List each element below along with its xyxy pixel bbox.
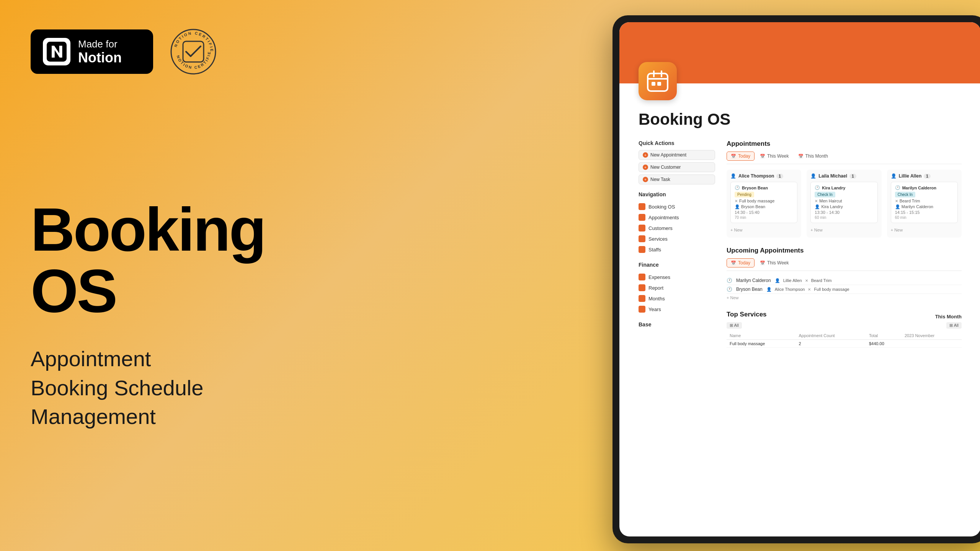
service-row-count: 2 [795,340,866,348]
card-time-2: 13:30 - 14:30 [815,210,873,215]
appointments-section-title: Appointments [727,140,962,148]
sidebar-item-appointments[interactable]: Appointments [639,212,715,223]
upcoming-section: Upcoming Appointments 📅 Today 📅 This Wee… [727,247,962,302]
card-service-2: ✕ Men Haircut [815,199,873,203]
nav-appointments-label: Appointments [648,215,679,220]
service-icon-1: ✕ [735,199,738,203]
board-columns: 👤 Alice Thompson 1 🕐 Bryson Bean [727,170,962,238]
add-new-3[interactable]: + New [891,226,958,234]
upcoming-tab-today[interactable]: 📅 Today [727,258,755,267]
appointment-card-1: 🕐 Bryson Bean Pending ✕ Full body massag… [730,182,797,223]
service-row-total: $440.00 [866,340,902,348]
sidebar-item-expenses[interactable]: Expenses [639,272,715,282]
clock-icon-u1: 🕐 [727,278,732,283]
col-count-1: 1 [776,174,783,179]
card-customer-3: 🕐 Marilyn Calderon [895,185,954,190]
tablet-screen: Booking OS Quick Actions + New Appointme… [619,22,980,536]
person-icon-u2: 👤 [766,287,772,292]
staff-name-2: Kira Landry [821,204,843,209]
sidebar-item-customers[interactable]: Customers [639,223,715,233]
person-icon-3: 👤 [891,173,897,179]
upcoming-person-2: Alice Thompson [775,287,805,292]
today-tab-label: Today [738,153,750,159]
upcoming-add-new[interactable]: + New [727,294,962,302]
person-icon-1: 👤 [730,173,736,179]
app-icon [639,62,677,100]
sidebar-item-bookingos[interactable]: Booking OS [639,201,715,212]
base-title: Base [639,321,715,328]
notion-icon [43,38,70,65]
col-header-1: 👤 Alice Thompson 1 [730,173,797,179]
appointments-tab-bar: 📅 Today 📅 This Week 📅 This Month [727,152,962,164]
hero-title: Booking OS [31,199,222,321]
sidebar-item-staffs[interactable]: Staffs [639,244,715,255]
expenses-icon [639,274,645,280]
col-name-3: Lillie Allen [899,173,922,179]
plus-icon-2: + [643,165,648,170]
services-filter-all[interactable]: ⊞ All [727,322,742,329]
upcoming-person-1: Lillie Allen [783,278,802,283]
week-tab-label: This Week [767,153,789,159]
svg-rect-10 [657,82,661,86]
col-name-1: Alice Thompson [738,173,774,179]
col-name-2: Laila Michael [818,173,847,179]
subtitle-line2: Booking Schedule [31,376,203,400]
new-customer-button[interactable]: + New Customer [639,162,715,172]
add-new-2[interactable]: + New [810,226,877,234]
badges-row: Made for Notion NOTION CERTIFIED NOTION … [31,27,222,77]
table-row: Full body massage 2 $440.00 [727,340,962,348]
upcoming-row-2: 🕐 Bryson Bean 👤 Alice Thompson ✕ Full bo… [727,285,962,294]
sidebar-item-services[interactable]: Services [639,233,715,244]
col-header-2: 👤 Laila Michael 1 [810,173,877,179]
upcoming-row-1: 🕐 Marilyn Calderon 👤 Lillie Allen ✕ Bear… [727,276,962,285]
sidebar-item-months[interactable]: Months [639,293,715,304]
tablet-container: Booking OS Quick Actions + New Appointme… [612,15,980,543]
sidebar-item-report[interactable]: Report [639,282,715,293]
nav-expenses-label: Expenses [648,274,670,280]
new-task-button[interactable]: + New Task [639,174,715,184]
month-filter-all[interactable]: ⊞ All [946,322,962,329]
sidebar-item-years[interactable]: Years [639,304,715,315]
appointments-section: Appointments 📅 Today 📅 This Week [727,140,962,238]
board-col-2: 👤 Laila Michael 1 🕐 Kira Landry [807,170,881,238]
new-appointment-label: New Appointment [650,152,686,158]
status-badge-3: Check In [895,192,915,197]
app-header [619,22,980,83]
upcoming-week-label: This Week [767,260,789,266]
upcoming-week-icon: 📅 [760,261,765,266]
status-badge-1: Pending [735,192,754,197]
person-icon-u1: 👤 [775,278,780,283]
new-customer-label: New Customer [650,165,681,170]
nav-months-label: Months [648,296,665,302]
today-tab-icon: 📅 [731,154,736,159]
navigation-title: Navigation [639,191,715,197]
card-customer-name-2: Kira Landry [822,186,845,190]
customers-icon [639,225,645,231]
nav-bookingos-label: Booking OS [648,204,675,210]
card-customer-name-1: Bryson Bean [742,186,768,190]
tab-this-week[interactable]: 📅 This Week [756,152,792,161]
staff-name-1: Bryson Bean [741,204,765,209]
svg-rect-9 [652,82,655,86]
upcoming-today-icon: 📅 [731,261,736,266]
tab-today[interactable]: 📅 Today [727,152,755,161]
col-count-2: 1 [849,174,856,179]
card-duration-3: 60 min [895,215,954,220]
plus-icon-1: + [643,152,648,158]
x-icon-u2: ✕ [808,287,811,292]
nav-report-label: Report [648,285,663,291]
service-name-2: Men Haircut [819,199,842,203]
person-icon-2: 👤 [810,173,816,179]
tab-this-month[interactable]: 📅 This Month [794,152,832,161]
upcoming-right-2: 👤 Alice Thompson ✕ Full body massage [766,287,849,292]
upcoming-tab-week[interactable]: 📅 This Week [756,258,792,267]
services-filters-row: ⊞ All ⊞ All [727,322,962,332]
card-staff-1: 👤 Bryson Bean [735,204,793,209]
services-table: Name Appointment Count Total 2023 Novemb… [727,332,962,348]
board-col-1: 👤 Alice Thompson 1 🕐 Bryson Bean [727,170,801,238]
new-appointment-button[interactable]: + New Appointment [639,150,715,160]
upcoming-name-2: Bryson Bean [736,287,763,292]
services-section-title: Top Services [727,311,767,318]
services-table-body: Full body massage 2 $440.00 [727,340,962,348]
add-new-1[interactable]: + New [730,226,797,234]
